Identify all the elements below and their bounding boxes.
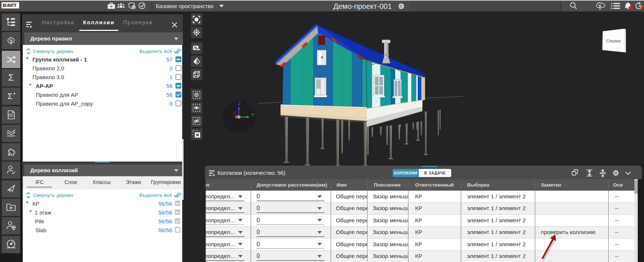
svg-text:+: +: [13, 91, 16, 96]
svg-text:10: 10: [638, 4, 641, 8]
svg-text:Справа: Справа: [606, 39, 621, 43]
svg-text:Σ: Σ: [7, 92, 13, 101]
svg-text:Y: Y: [251, 113, 254, 118]
svg-text:Σ: Σ: [8, 72, 14, 82]
svg-text:2D: 2D: [8, 113, 14, 117]
svg-text:X: X: [233, 110, 236, 115]
svg-text:Z: Z: [238, 101, 241, 106]
